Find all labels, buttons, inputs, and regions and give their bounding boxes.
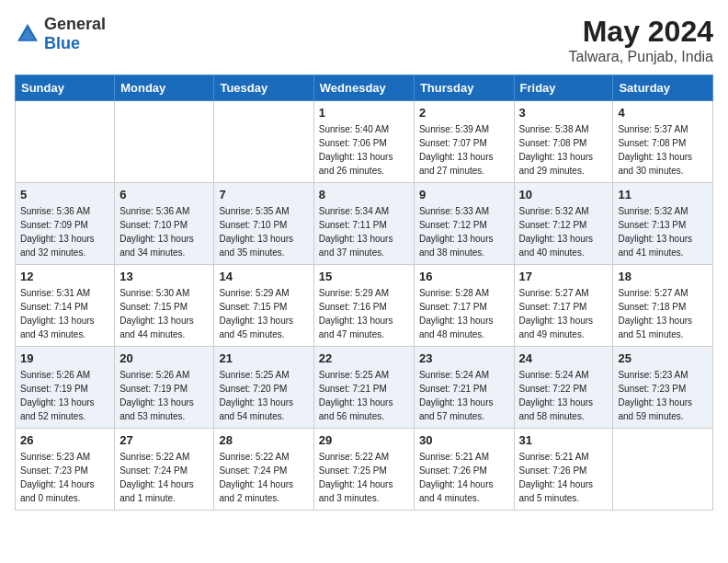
- calendar-day-cell: 20Sunrise: 5:26 AM Sunset: 7:19 PM Dayli…: [115, 347, 214, 429]
- day-info: Sunrise: 5:31 AM Sunset: 7:14 PM Dayligh…: [20, 286, 109, 341]
- calendar-week-row: 26Sunrise: 5:23 AM Sunset: 7:23 PM Dayli…: [16, 429, 713, 511]
- day-info: Sunrise: 5:39 AM Sunset: 7:07 PM Dayligh…: [419, 122, 509, 178]
- logo-icon: [15, 21, 40, 47]
- day-number: 24: [519, 351, 609, 365]
- day-number: 6: [119, 188, 209, 201]
- day-info: Sunrise: 5:28 AM Sunset: 7:17 PM Dayligh…: [419, 286, 509, 341]
- day-info: Sunrise: 5:36 AM Sunset: 7:10 PM Dayligh…: [119, 204, 209, 259]
- day-info: Sunrise: 5:23 AM Sunset: 7:23 PM Dayligh…: [20, 450, 109, 505]
- calendar-day-cell: 19Sunrise: 5:26 AM Sunset: 7:19 PM Dayli…: [16, 347, 115, 429]
- calendar-day-cell: 13Sunrise: 5:30 AM Sunset: 7:15 PM Dayli…: [115, 265, 214, 347]
- day-number: 16: [419, 270, 509, 283]
- calendar-day-cell: 12Sunrise: 5:31 AM Sunset: 7:14 PM Dayli…: [16, 265, 115, 347]
- day-info: Sunrise: 5:26 AM Sunset: 7:19 PM Dayligh…: [119, 368, 209, 423]
- day-number: 2: [419, 106, 509, 120]
- calendar-day-cell: 5Sunrise: 5:36 AM Sunset: 7:09 PM Daylig…: [16, 183, 115, 265]
- day-number: 4: [618, 106, 708, 120]
- calendar-day-cell: 6Sunrise: 5:36 AM Sunset: 7:10 PM Daylig…: [115, 183, 214, 265]
- day-number: 8: [319, 188, 409, 201]
- calendar-week-row: 19Sunrise: 5:26 AM Sunset: 7:19 PM Dayli…: [16, 347, 713, 429]
- weekday-header-wednesday: Wednesday: [313, 75, 414, 101]
- title-block: May 2024 Talwara, Punjab, India: [569, 15, 713, 65]
- calendar-day-cell: 14Sunrise: 5:29 AM Sunset: 7:15 PM Dayli…: [214, 265, 313, 347]
- day-info: Sunrise: 5:29 AM Sunset: 7:15 PM Dayligh…: [219, 286, 308, 341]
- day-info: Sunrise: 5:29 AM Sunset: 7:16 PM Dayligh…: [319, 286, 409, 341]
- day-info: Sunrise: 5:24 AM Sunset: 7:22 PM Dayligh…: [519, 368, 609, 423]
- page-header: General Blue May 2024 Talwara, Punjab, I…: [15, 15, 713, 65]
- calendar-day-cell: 29Sunrise: 5:22 AM Sunset: 7:25 PM Dayli…: [313, 429, 414, 511]
- day-number: 7: [219, 188, 308, 201]
- calendar-day-cell: 30Sunrise: 5:21 AM Sunset: 7:26 PM Dayli…: [414, 429, 514, 511]
- day-number: 5: [20, 188, 109, 201]
- calendar-day-cell: 24Sunrise: 5:24 AM Sunset: 7:22 PM Dayli…: [514, 347, 613, 429]
- day-info: Sunrise: 5:27 AM Sunset: 7:17 PM Dayligh…: [519, 286, 609, 341]
- calendar-day-cell: 18Sunrise: 5:27 AM Sunset: 7:18 PM Dayli…: [613, 265, 713, 347]
- day-number: 20: [119, 351, 209, 365]
- day-number: 18: [618, 270, 708, 283]
- day-number: 29: [319, 433, 409, 447]
- month-title: May 2024: [569, 15, 713, 49]
- calendar-day-cell: 2Sunrise: 5:39 AM Sunset: 7:07 PM Daylig…: [414, 101, 514, 183]
- calendar-day-cell: 27Sunrise: 5:22 AM Sunset: 7:24 PM Dayli…: [115, 429, 214, 511]
- day-number: 1: [319, 106, 409, 120]
- logo: General Blue: [15, 15, 106, 53]
- day-info: Sunrise: 5:34 AM Sunset: 7:11 PM Dayligh…: [319, 204, 409, 259]
- calendar-day-cell: 16Sunrise: 5:28 AM Sunset: 7:17 PM Dayli…: [414, 265, 514, 347]
- day-number: 14: [219, 270, 308, 283]
- calendar-week-row: 5Sunrise: 5:36 AM Sunset: 7:09 PM Daylig…: [16, 183, 713, 265]
- day-info: Sunrise: 5:30 AM Sunset: 7:15 PM Dayligh…: [119, 286, 209, 341]
- day-info: Sunrise: 5:21 AM Sunset: 7:26 PM Dayligh…: [519, 450, 609, 505]
- calendar-day-cell: 10Sunrise: 5:32 AM Sunset: 7:12 PM Dayli…: [514, 183, 613, 265]
- weekday-header-row: SundayMondayTuesdayWednesdayThursdayFrid…: [16, 75, 713, 101]
- day-number: 3: [519, 106, 609, 120]
- calendar-day-cell: 21Sunrise: 5:25 AM Sunset: 7:20 PM Dayli…: [214, 347, 313, 429]
- day-info: Sunrise: 5:24 AM Sunset: 7:21 PM Dayligh…: [419, 368, 509, 423]
- day-info: Sunrise: 5:37 AM Sunset: 7:08 PM Dayligh…: [618, 122, 708, 178]
- day-info: Sunrise: 5:22 AM Sunset: 7:25 PM Dayligh…: [319, 450, 409, 505]
- calendar-day-cell: 1Sunrise: 5:40 AM Sunset: 7:06 PM Daylig…: [313, 101, 414, 183]
- day-number: 22: [319, 351, 409, 365]
- day-info: Sunrise: 5:22 AM Sunset: 7:24 PM Dayligh…: [219, 450, 308, 505]
- weekday-header-friday: Friday: [514, 75, 613, 101]
- calendar-day-cell: [16, 101, 115, 183]
- day-info: Sunrise: 5:27 AM Sunset: 7:18 PM Dayligh…: [618, 286, 708, 341]
- day-number: 28: [219, 433, 308, 447]
- logo-general-text: General: [44, 15, 106, 33]
- day-number: 9: [419, 188, 509, 201]
- calendar-week-row: 12Sunrise: 5:31 AM Sunset: 7:14 PM Dayli…: [16, 265, 713, 347]
- day-info: Sunrise: 5:21 AM Sunset: 7:26 PM Dayligh…: [419, 450, 509, 505]
- calendar-day-cell: 31Sunrise: 5:21 AM Sunset: 7:26 PM Dayli…: [514, 429, 613, 511]
- day-number: 15: [319, 270, 409, 283]
- calendar-day-cell: 3Sunrise: 5:38 AM Sunset: 7:08 PM Daylig…: [514, 101, 613, 183]
- day-number: 12: [20, 270, 109, 283]
- day-info: Sunrise: 5:26 AM Sunset: 7:19 PM Dayligh…: [20, 368, 109, 423]
- day-number: 23: [419, 351, 509, 365]
- day-info: Sunrise: 5:38 AM Sunset: 7:08 PM Dayligh…: [519, 122, 609, 178]
- location-title: Talwara, Punjab, India: [569, 49, 713, 65]
- day-info: Sunrise: 5:32 AM Sunset: 7:13 PM Dayligh…: [618, 204, 708, 259]
- day-info: Sunrise: 5:33 AM Sunset: 7:12 PM Dayligh…: [419, 204, 509, 259]
- calendar-day-cell: 25Sunrise: 5:23 AM Sunset: 7:23 PM Dayli…: [613, 347, 713, 429]
- calendar-table: SundayMondayTuesdayWednesdayThursdayFrid…: [15, 75, 713, 511]
- calendar-week-row: 1Sunrise: 5:40 AM Sunset: 7:06 PM Daylig…: [16, 101, 713, 183]
- day-info: Sunrise: 5:36 AM Sunset: 7:09 PM Dayligh…: [20, 204, 109, 259]
- calendar-day-cell: [115, 101, 214, 183]
- day-number: 11: [618, 188, 708, 201]
- day-number: 26: [20, 433, 109, 447]
- day-info: Sunrise: 5:22 AM Sunset: 7:24 PM Dayligh…: [119, 450, 209, 505]
- calendar-day-cell: 4Sunrise: 5:37 AM Sunset: 7:08 PM Daylig…: [613, 101, 713, 183]
- calendar-day-cell: 28Sunrise: 5:22 AM Sunset: 7:24 PM Dayli…: [214, 429, 313, 511]
- day-info: Sunrise: 5:23 AM Sunset: 7:23 PM Dayligh…: [618, 368, 708, 423]
- day-number: 13: [119, 270, 209, 283]
- calendar-day-cell: 15Sunrise: 5:29 AM Sunset: 7:16 PM Dayli…: [313, 265, 414, 347]
- day-number: 31: [519, 433, 609, 447]
- calendar-day-cell: 26Sunrise: 5:23 AM Sunset: 7:23 PM Dayli…: [16, 429, 115, 511]
- calendar-day-cell: 8Sunrise: 5:34 AM Sunset: 7:11 PM Daylig…: [313, 183, 414, 265]
- calendar-day-cell: 23Sunrise: 5:24 AM Sunset: 7:21 PM Dayli…: [414, 347, 514, 429]
- day-info: Sunrise: 5:25 AM Sunset: 7:20 PM Dayligh…: [219, 368, 308, 423]
- day-number: 10: [519, 188, 609, 201]
- day-number: 30: [419, 433, 509, 447]
- calendar-day-cell: 11Sunrise: 5:32 AM Sunset: 7:13 PM Dayli…: [613, 183, 713, 265]
- weekday-header-monday: Monday: [115, 75, 214, 101]
- day-number: 21: [219, 351, 308, 365]
